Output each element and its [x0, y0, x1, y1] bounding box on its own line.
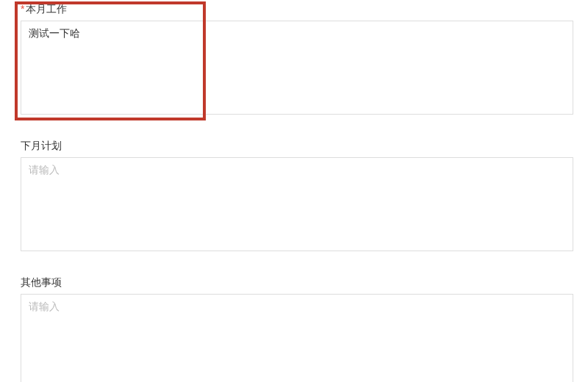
required-mark-icon: *: [21, 3, 24, 15]
label-text: 下月计划: [21, 140, 62, 151]
textarea-current-month-work[interactable]: [21, 21, 573, 115]
form-container: *本月工作 下月计划 其他事项: [0, 0, 588, 382]
form-group-next-month-plan: 下月计划: [21, 140, 573, 254]
label-text: 本月工作: [26, 3, 67, 15]
form-group-other-matters: 其他事项: [21, 276, 573, 382]
textarea-other-matters[interactable]: [21, 294, 573, 382]
label-text: 其他事项: [21, 276, 62, 288]
label-next-month-plan: 下月计划: [21, 140, 573, 153]
form-group-current-month-work: *本月工作: [21, 3, 573, 118]
textarea-next-month-plan[interactable]: [21, 157, 573, 251]
label-other-matters: 其他事项: [21, 276, 573, 289]
label-current-month-work: *本月工作: [21, 3, 573, 16]
